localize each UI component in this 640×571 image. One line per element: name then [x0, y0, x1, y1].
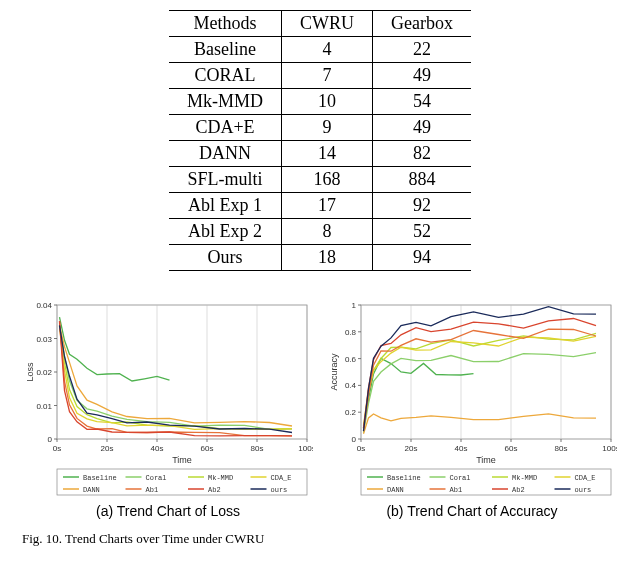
svg-text:Baseline: Baseline: [387, 474, 421, 482]
table-cell: 94: [373, 245, 471, 271]
table-row: CORAL749: [169, 63, 471, 89]
svg-text:0.4: 0.4: [345, 381, 357, 390]
table-cell: 82: [373, 141, 471, 167]
table-cell: Baseline: [169, 37, 282, 63]
table-row: SFL-multi168884: [169, 167, 471, 193]
svg-text:40s: 40s: [455, 444, 468, 453]
table-cell: Abl Exp 1: [169, 193, 282, 219]
col-methods: Methods: [169, 11, 282, 37]
table-header-row: Methods CWRU Gearbox: [169, 11, 471, 37]
table-cell: Mk-MMD: [169, 89, 282, 115]
svg-text:1: 1: [352, 301, 357, 310]
col-gearbox: Gearbox: [373, 11, 471, 37]
svg-text:0.03: 0.03: [36, 335, 52, 344]
svg-text:80s: 80s: [555, 444, 568, 453]
charts-row: 00.010.020.030.040s20s40s60s80s100sTimeL…: [20, 299, 620, 519]
svg-text:0: 0: [48, 435, 53, 444]
svg-text:100s: 100s: [298, 444, 313, 453]
svg-text:Mk-MMD: Mk-MMD: [512, 474, 537, 482]
table-cell: 7: [282, 63, 373, 89]
svg-text:0.6: 0.6: [345, 355, 357, 364]
svg-text:0.04: 0.04: [36, 301, 52, 310]
table-row: Abl Exp 2852: [169, 219, 471, 245]
svg-text:0: 0: [352, 435, 357, 444]
table-cell: 4: [282, 37, 373, 63]
svg-text:0.01: 0.01: [36, 402, 52, 411]
svg-text:CDA_E: CDA_E: [575, 474, 596, 482]
table-cell: 54: [373, 89, 471, 115]
table-cell: 14: [282, 141, 373, 167]
svg-text:20s: 20s: [101, 444, 114, 453]
svg-text:60s: 60s: [505, 444, 518, 453]
subcaption-b: (b) Trend Chart of Accuracy: [386, 503, 557, 519]
table-cell: 52: [373, 219, 471, 245]
svg-text:0s: 0s: [53, 444, 61, 453]
chart-cell-loss: 00.010.020.030.040s20s40s60s80s100sTimeL…: [20, 299, 316, 519]
svg-text:Mk-MMD: Mk-MMD: [208, 474, 233, 482]
svg-text:DANN: DANN: [387, 486, 404, 494]
table-row: Abl Exp 11792: [169, 193, 471, 219]
col-cwru: CWRU: [282, 11, 373, 37]
svg-text:0.8: 0.8: [345, 328, 357, 337]
svg-text:Ab1: Ab1: [146, 486, 159, 494]
svg-text:20s: 20s: [405, 444, 418, 453]
methods-table: Methods CWRU Gearbox Baseline422CORAL749…: [169, 10, 471, 271]
svg-text:Accuracy: Accuracy: [329, 353, 339, 391]
table-cell: SFL-multi: [169, 167, 282, 193]
table-cell: 17: [282, 193, 373, 219]
table-row: Baseline422: [169, 37, 471, 63]
svg-text:ours: ours: [271, 486, 288, 494]
svg-text:Ab2: Ab2: [512, 486, 525, 494]
table-row: DANN1482: [169, 141, 471, 167]
svg-text:Time: Time: [476, 455, 496, 465]
table-cell: Ours: [169, 245, 282, 271]
table-cell: 49: [373, 115, 471, 141]
table-row: Ours1894: [169, 245, 471, 271]
figure-caption: Fig. 10. Trend Charts over Time under CW…: [20, 531, 620, 547]
loss-chart: 00.010.020.030.040s20s40s60s80s100sTimeL…: [23, 299, 313, 499]
chart-cell-accuracy: 00.20.40.60.810s20s40s60s80s100sTimeAccu…: [324, 299, 620, 519]
accuracy-chart: 00.20.40.60.810s20s40s60s80s100sTimeAccu…: [327, 299, 617, 499]
table-cell: 884: [373, 167, 471, 193]
table-cell: CORAL: [169, 63, 282, 89]
table-cell: CDA+E: [169, 115, 282, 141]
svg-text:Coral: Coral: [146, 474, 167, 482]
svg-text:DANN: DANN: [83, 486, 100, 494]
svg-text:Baseline: Baseline: [83, 474, 117, 482]
table-cell: 9: [282, 115, 373, 141]
svg-text:Coral: Coral: [450, 474, 471, 482]
svg-text:80s: 80s: [251, 444, 264, 453]
svg-text:CDA_E: CDA_E: [271, 474, 292, 482]
svg-text:40s: 40s: [151, 444, 164, 453]
table-cell: 49: [373, 63, 471, 89]
table-cell: 10: [282, 89, 373, 115]
table-cell: DANN: [169, 141, 282, 167]
table-cell: 22: [373, 37, 471, 63]
svg-text:ours: ours: [575, 486, 592, 494]
svg-text:100s: 100s: [602, 444, 617, 453]
table-cell: 8: [282, 219, 373, 245]
table-row: Mk-MMD1054: [169, 89, 471, 115]
table-cell: Abl Exp 2: [169, 219, 282, 245]
svg-text:Ab2: Ab2: [208, 486, 221, 494]
table-row: CDA+E949: [169, 115, 471, 141]
table-cell: 168: [282, 167, 373, 193]
table-cell: 92: [373, 193, 471, 219]
svg-text:0.2: 0.2: [345, 408, 357, 417]
table-cell: 18: [282, 245, 373, 271]
subcaption-a: (a) Trend Chart of Loss: [96, 503, 240, 519]
svg-text:60s: 60s: [201, 444, 214, 453]
svg-rect-0: [57, 305, 307, 439]
svg-text:Time: Time: [172, 455, 192, 465]
svg-text:Ab1: Ab1: [450, 486, 463, 494]
svg-text:0.02: 0.02: [36, 368, 52, 377]
svg-text:0s: 0s: [357, 444, 365, 453]
svg-text:Loss: Loss: [25, 362, 35, 382]
